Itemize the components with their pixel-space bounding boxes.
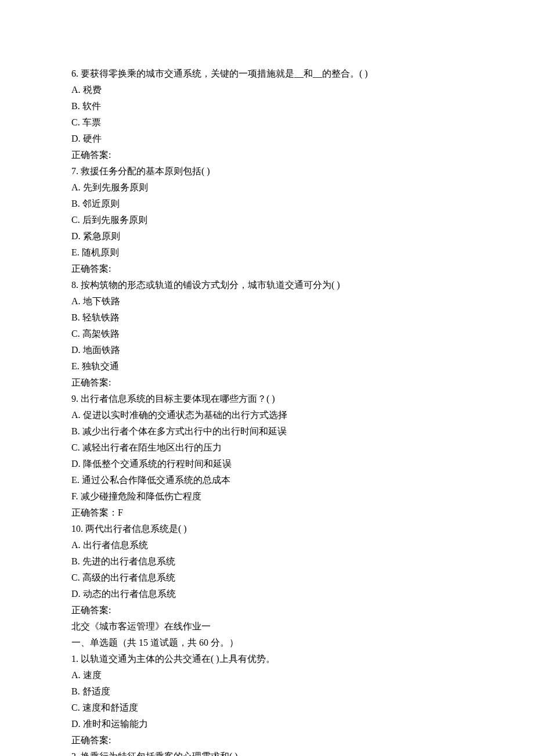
q9-answer: 正确答案：F	[71, 505, 463, 521]
q8-option-4: E. 独轨交通	[71, 358, 463, 375]
q8-stem: 8. 按构筑物的形态或轨道的铺设方式划分，城市轨道交通可分为( )	[71, 277, 463, 293]
q9-option-0: A. 促进以实时准确的交通状态为基础的出行方式选择	[71, 407, 463, 423]
q8-option-1: B. 轻轨铁路	[71, 309, 463, 326]
s2-q1-option-1: B. 舒适度	[71, 683, 463, 700]
section2-subtitle: 一、单选题（共 15 道试题，共 60 分。）	[71, 635, 463, 651]
q10-answer: 正确答案:	[71, 602, 463, 618]
q10-option-1: B. 先进的出行者信息系统	[71, 553, 463, 570]
q9-option-3: D. 降低整个交通系统的行程时间和延误	[71, 456, 463, 472]
section2-title: 北交《城市客运管理》在线作业一	[71, 618, 463, 635]
q6-stem: 6. 要获得零换乘的城市交通系统，关键的一项措施就是__和__的整合。( )	[71, 66, 463, 82]
q9-option-1: B. 减少出行者个体在多方式出行中的出行时间和延误	[71, 423, 463, 440]
q10-stem: 10. 两代出行者信息系统是( )	[71, 521, 463, 537]
s2-q2-stem: 2. 换乘行为特征包括乘客的心理需求和( )	[71, 748, 463, 756]
q9-option-4: E. 通过公私合作降低交通系统的总成本	[71, 472, 463, 488]
q7-option-1: B. 邻近原则	[71, 196, 463, 212]
q6-option-1: B. 软件	[71, 98, 463, 114]
q7-option-0: A. 先到先服务原则	[71, 179, 463, 196]
q7-option-3: D. 紧急原则	[71, 228, 463, 244]
q7-option-4: E. 随机原则	[71, 244, 463, 261]
s2-q1-option-2: C. 速度和舒适度	[71, 700, 463, 716]
s2-q1-option-0: A. 速度	[71, 667, 463, 683]
q9-option-5: F. 减少碰撞危险和降低伤亡程度	[71, 488, 463, 505]
q7-answer: 正确答案:	[71, 261, 463, 277]
s2-q1-option-3: D. 准时和运输能力	[71, 716, 463, 732]
s2-q1-answer: 正确答案:	[71, 732, 463, 748]
q8-option-3: D. 地面铁路	[71, 342, 463, 358]
s2-q1-stem: 1. 以轨道交通为主体的公共交通在( )上具有优势。	[71, 651, 463, 667]
q6-answer: 正确答案:	[71, 147, 463, 163]
q6-option-2: C. 车票	[71, 114, 463, 131]
q8-option-2: C. 高架铁路	[71, 326, 463, 342]
q6-option-0: A. 税费	[71, 82, 463, 98]
q9-stem: 9. 出行者信息系统的目标主要体现在哪些方面？( )	[71, 391, 463, 407]
q8-option-0: A. 地下铁路	[71, 293, 463, 309]
q9-option-2: C. 减轻出行者在陌生地区出行的压力	[71, 440, 463, 456]
q8-answer: 正确答案:	[71, 375, 463, 391]
q10-option-2: C. 高级的出行者信息系统	[71, 570, 463, 586]
q6-option-3: D. 硬件	[71, 131, 463, 147]
q10-option-0: A. 出行者信息系统	[71, 537, 463, 553]
q10-option-3: D. 动态的出行者信息系统	[71, 586, 463, 602]
q7-stem: 7. 救援任务分配的基本原则包括( )	[71, 163, 463, 179]
q7-option-2: C. 后到先服务原则	[71, 212, 463, 228]
